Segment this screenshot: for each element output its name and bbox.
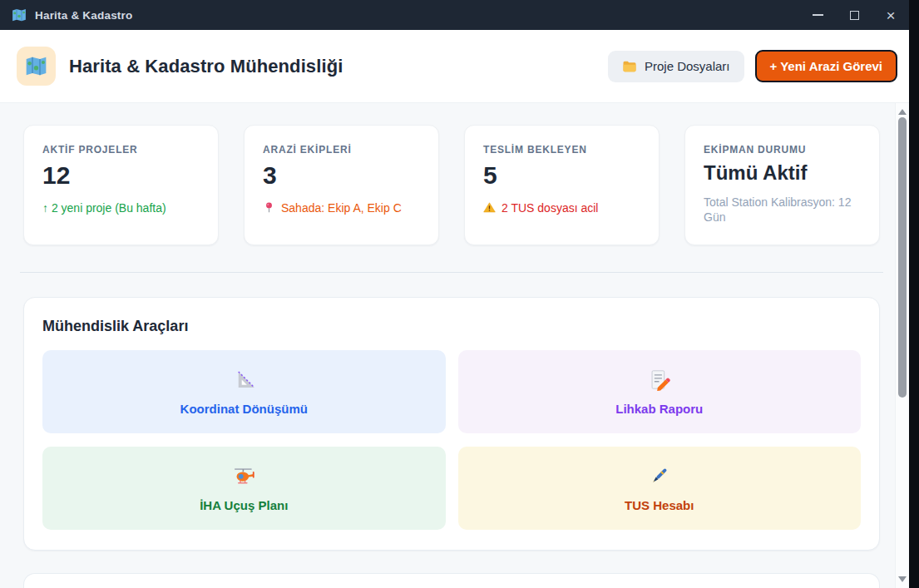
scroll-down-icon[interactable] — [898, 576, 907, 582]
scroll-up-icon[interactable] — [898, 109, 907, 115]
app-logo — [17, 47, 56, 86]
stat-value: 3 — [263, 161, 420, 190]
stat-card-pending-delivery: TESLİM BEKLEYEN 5 2 TUS dosyası acil — [464, 125, 660, 245]
header-actions: Proje Dosyaları + Yeni Arazi Görevi — [608, 50, 897, 82]
stat-card-equipment-status: EKİPMAN DURUMU Tümü Aktif Total Station … — [684, 125, 880, 245]
stat-label: ARAZİ EKİPLERİ — [263, 144, 420, 156]
main-content: AKTİF PROJELER 12 ↑ 2 yeni proje (Bu haf… — [0, 103, 895, 588]
maximize-icon[interactable] — [836, 0, 872, 30]
tool-label: İHA Uçuş Planı — [200, 498, 288, 512]
stat-value: Tümü Aktif — [704, 161, 861, 185]
stat-note-text: Total Station Kalibrasyon: 12 Gün — [704, 195, 861, 226]
tool-label: TUS Hesabı — [625, 498, 694, 512]
tool-uav-flight-plan[interactable]: İHA Uçuş Planı — [42, 447, 446, 530]
stat-value: 12 — [42, 161, 200, 190]
tools-grid: Koordinat Dönüşümü Lihkab Raporu İHA Uçu… — [42, 350, 861, 530]
content-area: AKTİF PROJELER 12 ↑ 2 yeni proje (Bu haf… — [0, 103, 909, 588]
tool-label: Lihkab Raporu — [615, 402, 703, 416]
page-title: Harita & Kadastro Mühendisliği — [69, 56, 343, 77]
tool-lihkab-report[interactable]: Lihkab Raporu — [458, 350, 862, 433]
helicopter-icon — [233, 465, 255, 487]
window-controls: × — [799, 0, 909, 30]
stat-card-active-projects: AKTİF PROJELER 12 ↑ 2 yeni proje (Bu haf… — [23, 125, 219, 245]
titlebar: Harita & Kadastro × — [0, 0, 909, 30]
engineering-tools-panel: Mühendislik Araçları Koordinat Dönüşümü … — [23, 297, 880, 551]
project-files-label: Proje Dosyaları — [645, 59, 730, 73]
stat-note: Sahada: Ekip A, Ekip C — [263, 200, 420, 216]
app-header: Harita & Kadastro Mühendisliği Proje Dos… — [0, 30, 909, 103]
stat-note: ↑ 2 yeni proje (Bu hafta) — [42, 200, 200, 216]
tool-tus-calculation[interactable]: TUS Hesabı — [458, 447, 862, 530]
project-files-button[interactable]: Proje Dosyaları — [608, 51, 744, 82]
section-divider — [20, 272, 883, 273]
new-field-task-label: + Yeni Arazi Görevi — [770, 59, 882, 73]
window-title: Harita & Kadastro — [35, 9, 132, 22]
next-section-panel — [23, 573, 880, 588]
stat-value: 5 — [483, 161, 640, 190]
stat-note-text: 2 TUS dosyası acil — [501, 200, 598, 216]
stat-label: TESLİM BEKLEYEN — [483, 144, 640, 156]
stat-label: EKİPMAN DURUMU — [704, 144, 861, 156]
stat-note-text: Sahada: Ekip A, Ekip C — [281, 200, 402, 216]
stat-card-field-teams: ARAZİ EKİPLERİ 3 Sahada: Ekip A, Ekip C — [244, 125, 439, 245]
stat-label: AKTİF PROJELER — [42, 144, 200, 156]
folder-icon — [622, 59, 637, 74]
close-icon[interactable]: × — [872, 0, 909, 30]
stat-note: Total Station Kalibrasyon: 12 Gün — [704, 195, 861, 226]
warning-icon — [483, 201, 496, 214]
triangle-ruler-icon — [233, 368, 255, 391]
scrollbar-thumb[interactable] — [898, 117, 907, 398]
pen-icon — [648, 465, 670, 487]
stats-row: AKTİF PROJELER 12 ↑ 2 yeni proje (Bu haf… — [23, 125, 880, 245]
stat-note-text: ↑ 2 yeni proje (Bu hafta) — [42, 200, 166, 216]
new-field-task-button[interactable]: + Yeni Arazi Görevi — [755, 50, 897, 82]
memo-icon — [648, 368, 670, 391]
minimize-icon[interactable] — [799, 0, 836, 30]
tool-coordinate-transform[interactable]: Koordinat Dönüşümü — [42, 350, 446, 433]
tools-section-title: Mühendislik Araçları — [42, 318, 861, 335]
app-window: Harita & Kadastro × Harita & Kadastro Mü… — [0, 0, 909, 588]
round-pushpin-icon — [263, 201, 275, 214]
vertical-scrollbar[interactable] — [895, 103, 909, 588]
stat-note: 2 TUS dosyası acil — [483, 200, 640, 216]
tool-label: Koordinat Dönüşümü — [180, 402, 308, 416]
map-icon — [12, 7, 27, 22]
